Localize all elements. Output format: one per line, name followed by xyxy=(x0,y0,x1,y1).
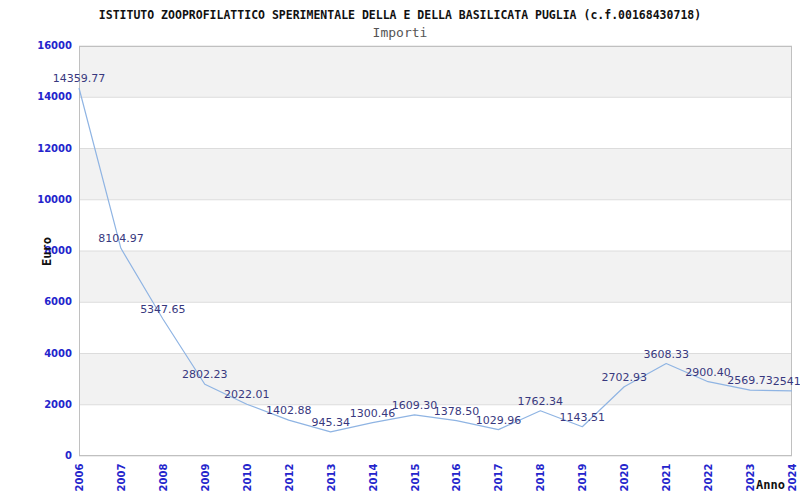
data-point-label: 1609.30 xyxy=(392,399,438,412)
x-tick-label: 2009 xyxy=(199,462,210,494)
data-point-label: 1762.34 xyxy=(518,395,564,408)
x-tick-label: 2014 xyxy=(367,462,378,494)
grid-band xyxy=(79,149,792,200)
x-tick-label: 2016 xyxy=(451,462,462,494)
x-tick-label: 2008 xyxy=(157,462,168,494)
x-tick-label: 2022 xyxy=(703,462,714,494)
x-tick-label: 2007 xyxy=(115,462,126,494)
y-tick-label: 2000 xyxy=(0,399,72,411)
x-tick-label: 2010 xyxy=(241,462,252,494)
x-tick-label: 2021 xyxy=(661,462,672,494)
x-tick-label: 2012 xyxy=(283,462,294,494)
data-point-label: 2569.73 xyxy=(727,374,773,387)
data-point-label: 1029.96 xyxy=(476,414,522,427)
data-point-label: 5347.65 xyxy=(140,303,186,316)
y-tick-label: 10000 xyxy=(0,194,72,206)
grid-band xyxy=(79,97,792,148)
data-point-label: 1143.51 xyxy=(560,411,606,424)
data-point-label: 14359.77 xyxy=(53,72,106,85)
data-point-label: 8104.97 xyxy=(98,232,144,245)
data-point-label: 2900.40 xyxy=(685,366,731,379)
data-point-label: 1378.50 xyxy=(434,405,480,418)
y-tick-label: 6000 xyxy=(0,296,72,308)
y-axis-title: Euro xyxy=(40,230,53,274)
y-tick-label: 14000 xyxy=(0,91,72,103)
x-tick-label: 2024 xyxy=(787,462,798,494)
x-tick-label: 2013 xyxy=(325,462,336,494)
data-point-label: 2802.23 xyxy=(182,368,228,381)
x-tick-label: 2015 xyxy=(409,462,420,494)
grid-band xyxy=(79,302,792,353)
x-tick-label: 2017 xyxy=(493,462,504,494)
x-tick-label: 2018 xyxy=(535,462,546,494)
grid-band xyxy=(79,251,792,302)
y-tick-label: 8000 xyxy=(0,245,72,257)
y-tick-label: 0 xyxy=(0,450,72,462)
chart-canvas xyxy=(0,0,800,500)
y-tick-label: 4000 xyxy=(0,348,72,360)
data-point-label: 2022.01 xyxy=(224,388,270,401)
data-point-label: 1300.46 xyxy=(350,407,396,420)
y-tick-label: 12000 xyxy=(0,143,72,155)
x-tick-label: 2006 xyxy=(74,462,85,494)
data-point-label: 2541.4 xyxy=(773,375,800,388)
data-point-label: 3608.33 xyxy=(643,348,689,361)
grid-band xyxy=(79,200,792,251)
data-point-label: 2702.93 xyxy=(601,371,647,384)
x-axis-title: Anno xyxy=(756,478,785,492)
chart-page: ISTITUTO ZOOPROFILATTICO SPERIMENTALE DE… xyxy=(0,0,800,500)
data-point-label: 1402.88 xyxy=(266,404,312,417)
y-tick-label: 16000 xyxy=(0,40,72,52)
data-point-label: 945.34 xyxy=(311,416,350,429)
x-tick-label: 2023 xyxy=(745,462,756,494)
grid-band xyxy=(79,46,792,97)
x-tick-label: 2020 xyxy=(619,462,630,494)
x-tick-label: 2019 xyxy=(577,462,588,494)
